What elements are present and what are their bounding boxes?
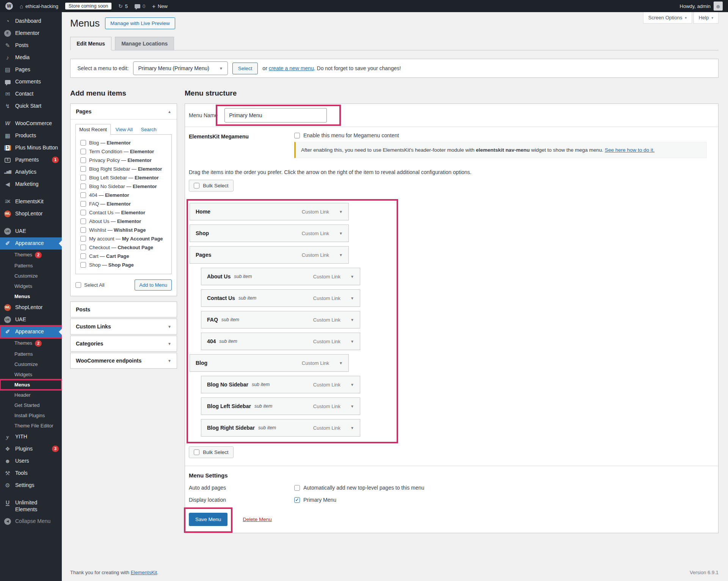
chevron-down-icon[interactable]: ▼ [350,426,354,430]
tab-most-recent[interactable]: Most Recent [75,124,111,135]
sidebar-item-get-started[interactable]: Get Started [0,400,62,410]
chevron-down-icon[interactable]: ▼ [350,318,354,322]
sidebar-item-widgets[interactable]: Widgets [0,281,62,291]
sidebar-item-shoplentor[interactable]: WLShopLentor [0,208,62,220]
tab-search[interactable]: Search [138,124,160,135]
page-item-checkbox[interactable] [80,175,86,181]
page-item-checkbox[interactable] [80,245,86,250]
collapse-up-icon[interactable]: ▲ [168,110,171,114]
elementskit-footer-link[interactable]: ElementsKit [131,570,157,575]
page-checkbox-item[interactable]: Cart — Cart Page [80,252,167,261]
sidebar-item-media[interactable]: ♪Media [0,52,62,64]
page-checkbox-item[interactable]: Checkout — Checkout Page [80,243,167,252]
sidebar-item-pages[interactable]: ▤Pages [0,64,62,76]
menu-name-input[interactable] [224,108,327,122]
chevron-down-icon[interactable]: ▼ [350,275,354,279]
collapse-down-icon[interactable]: ▼ [168,342,171,346]
page-item-checkbox[interactable] [80,192,86,198]
menu-item-row-blog[interactable]: BlogCustom Link▼ [190,354,349,372]
sidebar-item-yith[interactable]: yYITH [0,431,62,443]
page-item-checkbox[interactable] [80,253,86,259]
help-button[interactable]: Help ▾ [693,12,719,24]
add-to-menu-button[interactable]: Add to Menu [135,280,172,290]
woocommerce-endpoints-postbox-header[interactable]: WooCommerce endpoints▼ [71,353,177,368]
select-all-checkbox[interactable] [75,282,81,288]
chevron-down-icon[interactable]: ▼ [350,339,354,344]
sidebar-item-collapse-menu[interactable]: ◀Collapse Menu [0,515,62,528]
pages-postbox-header[interactable]: Pages ▲ [71,104,177,119]
sidebar-item-plus-minus-button[interactable]: 3Plus Minus Button [0,142,62,154]
page-checkbox-item[interactable]: Shop — Shop Page [80,261,167,269]
sidebar-item-tools[interactable]: ⚒Tools [0,467,62,479]
sidebar-item-uae[interactable]: UEUAE [0,314,62,326]
collapse-down-icon[interactable]: ▼ [168,325,171,329]
sidebar-item-appearance[interactable]: ✐Appearance [0,326,62,338]
sidebar-item-themes[interactable]: Themes2 [0,338,62,349]
page-item-checkbox[interactable] [80,157,86,163]
store-coming-soon-badge[interactable]: Store coming soon [65,3,111,9]
auto-add-checkbox[interactable] [294,485,300,491]
sidebar-item-widgets[interactable]: Widgets [0,369,62,380]
sidebar-item-appearance[interactable]: ✐Appearance [0,237,62,250]
primary-menu-checkbox[interactable]: ✓ [294,497,300,503]
sidebar-item-menus[interactable]: Menus [0,380,62,390]
sidebar-item-header[interactable]: Header [0,390,62,400]
menu-item-row-shop[interactable]: ShopCustom Link▼ [190,225,349,242]
sidebar-item-elementor[interactable]: EElementor [0,27,62,39]
page-checkbox-item[interactable]: Term Condition — Elementor [80,147,167,156]
sidebar-item-shoplentor[interactable]: WLShopLentor [0,301,62,314]
chevron-down-icon[interactable]: ▼ [350,383,354,387]
sidebar-item-woocommerce[interactable]: WWooCommerce [0,118,62,130]
custom-links-postbox-header[interactable]: Custom Links▼ [71,319,177,334]
tab-view-all[interactable]: View All [112,124,136,135]
page-checkbox-item[interactable]: My account — My Account Page [80,234,167,243]
sidebar-item-install-plugins[interactable]: Install Plugins [0,410,62,421]
page-checkbox-item[interactable]: Blog Left Sidebar — Elementor [80,173,167,182]
menu-item-row-contact-us[interactable]: Contact Ussub itemCustom Link▼ [201,289,360,307]
page-checkbox-item[interactable]: Blog Right Sidebar — Elementor [80,165,167,173]
sidebar-item-dashboard[interactable]: ◔Dashboard [0,15,62,27]
sidebar-item-unlimited-elements[interactable]: UUnlimited Elements [0,497,62,515]
menu-item-row-pages[interactable]: PagesCustom Link▼ [190,246,349,264]
screen-options-button[interactable]: Screen Options ▾ [643,12,692,24]
delete-menu-link[interactable]: Delete Menu [243,517,272,522]
chevron-down-icon[interactable]: ▼ [339,361,343,365]
page-item-checkbox[interactable] [80,149,86,154]
sidebar-item-patterns[interactable]: Patterns [0,349,62,359]
updates-link[interactable]: ↻ 5 [118,3,128,9]
page-item-checkbox[interactable] [80,227,86,233]
sidebar-item-posts[interactable]: ✎Posts [0,39,62,52]
page-item-checkbox[interactable] [80,218,86,224]
sidebar-item-products[interactable]: ▦Products [0,130,62,142]
posts-postbox-header[interactable]: Posts [71,302,177,317]
sidebar-item-payments[interactable]: $Payments1 [0,154,62,166]
page-item-checkbox[interactable] [80,236,86,242]
create-new-menu-link[interactable]: create a new menu [269,65,314,71]
menu-item-row-blog-right-sidebar[interactable]: Blog Right Sidebarsub itemCustom Link▼ [201,419,360,437]
howdy-account-link[interactable]: Howdy, admin [680,3,711,9]
page-checkbox-item[interactable]: About Us — Elementor [80,217,167,226]
site-name-link[interactable]: ⌂ ethical-hacking [20,3,58,9]
sidebar-item-marketing[interactable]: ◀Marketing [0,178,62,190]
new-content-link[interactable]: + New [152,3,168,9]
wordpress-logo-menu[interactable]: W [5,2,13,10]
chevron-down-icon[interactable]: ▼ [350,404,354,408]
categories-postbox-header[interactable]: Categories▼ [71,336,177,351]
menu-item-row-faq[interactable]: FAQsub itemCustom Link▼ [201,311,360,328]
chevron-down-icon[interactable]: ▼ [339,210,343,214]
bulk-select-checkbox-bottom[interactable] [194,449,199,455]
menu-item-row-404[interactable]: 404sub itemCustom Link▼ [201,333,360,350]
avatar[interactable]: ☻ [714,2,723,11]
sidebar-item-customize[interactable]: Customize [0,271,62,281]
page-item-checkbox[interactable] [80,201,86,207]
menu-item-row-blog-left-sidebar[interactable]: Blog Left Sidebarsub itemCustom Link▼ [201,397,360,415]
page-item-checkbox[interactable] [80,166,86,172]
page-checkbox-item[interactable]: FAQ — Elementor [80,199,167,208]
sidebar-item-theme-file-editor[interactable]: Theme File Editor [0,421,62,431]
page-checkbox-item[interactable]: 404 — Elementor [80,191,167,199]
menu-item-row-home[interactable]: HomeCustom Link▼ [190,203,349,220]
sidebar-item-analytics[interactable]: ▂▅▇Analytics [0,166,62,178]
sidebar-item-contact[interactable]: ✉Contact [0,88,62,100]
sidebar-item-settings[interactable]: ⚙Settings [0,479,62,491]
sidebar-item-menus[interactable]: Menus [0,291,62,301]
